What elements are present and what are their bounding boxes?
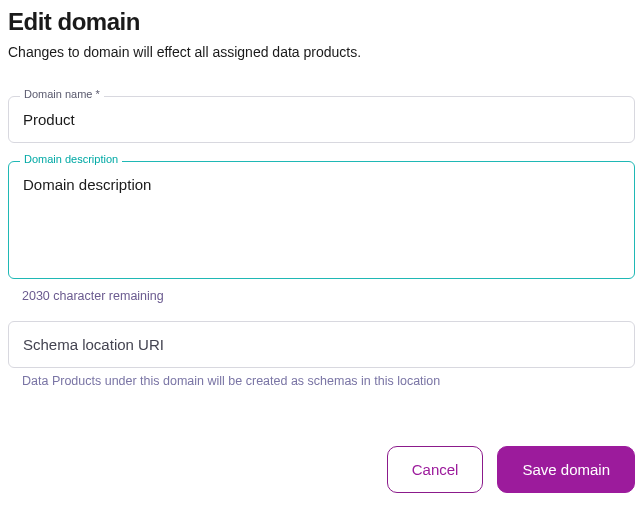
domain-description-input[interactable]	[8, 161, 635, 279]
domain-name-field-wrap: Domain name *	[8, 96, 635, 143]
domain-name-input[interactable]	[8, 96, 635, 143]
save-button[interactable]: Save domain	[497, 446, 635, 493]
domain-description-field-wrap: Domain description 2030 character remain…	[8, 161, 635, 303]
schema-uri-field-wrap: Data Products under this domain will be …	[8, 321, 635, 388]
schema-uri-input[interactable]	[8, 321, 635, 368]
schema-uri-helper: Data Products under this domain will be …	[22, 374, 635, 388]
page-subtitle: Changes to domain will effect all assign…	[8, 44, 635, 60]
domain-name-label: Domain name *	[20, 89, 104, 100]
page-title: Edit domain	[8, 8, 635, 36]
button-row: Cancel Save domain	[8, 446, 635, 493]
cancel-button[interactable]: Cancel	[387, 446, 484, 493]
domain-description-label: Domain description	[20, 154, 122, 165]
description-char-remaining: 2030 character remaining	[22, 289, 635, 303]
